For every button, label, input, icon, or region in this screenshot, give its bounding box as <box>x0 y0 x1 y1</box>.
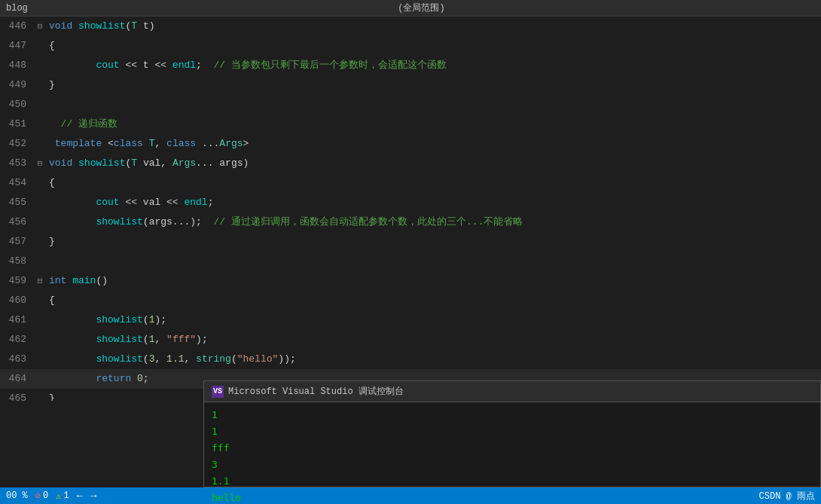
error-icon: ⊘ <box>35 490 41 502</box>
code-line-460: 460 { <box>0 291 821 310</box>
warning-icon: ⚠ <box>56 490 61 502</box>
nav-back-button[interactable]: ← <box>77 490 83 502</box>
code-line-448: 448 cout << t << endl; // 当参数包只剩下最后一个参数时… <box>0 56 821 75</box>
warning-count[interactable]: ⚠ 1 <box>56 490 69 502</box>
code-line-457: 457 } <box>0 232 821 252</box>
top-bar: blog (全局范围) <box>0 0 821 17</box>
nav-forward-button[interactable]: → <box>90 490 96 502</box>
forward-arrow-icon[interactable]: → <box>90 490 96 502</box>
code-line-462: 462 showlist(1, "fff"); <box>0 330 821 350</box>
code-line-456: 456 showlist(args...); // 通过递归调用，函数会自动适配… <box>0 212 821 232</box>
debug-title-bar: VS Microsoft Visual Studio 调试控制台 <box>204 381 820 402</box>
back-arrow-icon[interactable]: ← <box>77 490 83 502</box>
debug-output: 1 1 fff 3 1.1 hello <box>204 402 820 504</box>
code-line-450: 450 <box>0 95 821 115</box>
debug-output-line-5: 1.1 <box>212 473 813 490</box>
debug-console: VS Microsoft Visual Studio 调试控制台 1 1 fff… <box>203 380 821 487</box>
file-title: blog <box>6 3 28 14</box>
code-line-455: 455 cout << val << endl; <box>0 193 821 212</box>
error-count[interactable]: ⊘ 0 <box>35 490 48 502</box>
code-line-461: 461 showlist(1); <box>0 310 821 330</box>
debug-output-line-6: hello <box>212 490 813 504</box>
zoom-level[interactable]: 00 % <box>6 490 28 501</box>
warning-value: 1 <box>63 490 69 501</box>
debug-title: Microsoft Visual Studio 调试控制台 <box>228 385 404 398</box>
code-line-453: 453 ⊟ void showlist(T val, Args... args) <box>0 154 821 173</box>
debug-output-line-3: fff <box>212 440 813 457</box>
debug-output-line-4: 3 <box>212 457 813 473</box>
code-line-459: 459 ⊟ int main() <box>0 271 821 291</box>
code-line-449: 449 } <box>0 75 821 95</box>
scope-dropdown[interactable]: (全局范围) <box>28 2 815 14</box>
code-line-458: 458 <box>0 252 821 271</box>
debug-output-line-2: 1 <box>212 423 813 440</box>
code-line-446: 446 ⊟ void showlist(T t) <box>0 17 821 36</box>
code-line-451: 451 // 递归函数 <box>0 115 821 134</box>
status-left: 00 % ⊘ 0 ⚠ 1 ← → <box>6 490 97 502</box>
code-line-454: 454 { <box>0 173 821 193</box>
code-line-463: 463 showlist(3, 1.1, string("hello")); <box>0 350 821 369</box>
vs-icon: VS <box>212 386 224 398</box>
error-value: 0 <box>43 490 48 501</box>
code-line-452: 452 template <class T, class ...Args> <box>0 134 821 154</box>
zoom-value: 00 % <box>6 490 28 501</box>
code-editor[interactable]: 446 ⊟ void showlist(T t) 447 { 448 cout … <box>0 17 821 401</box>
debug-output-line-1: 1 <box>212 407 813 423</box>
code-line-447: 447 { <box>0 36 821 56</box>
